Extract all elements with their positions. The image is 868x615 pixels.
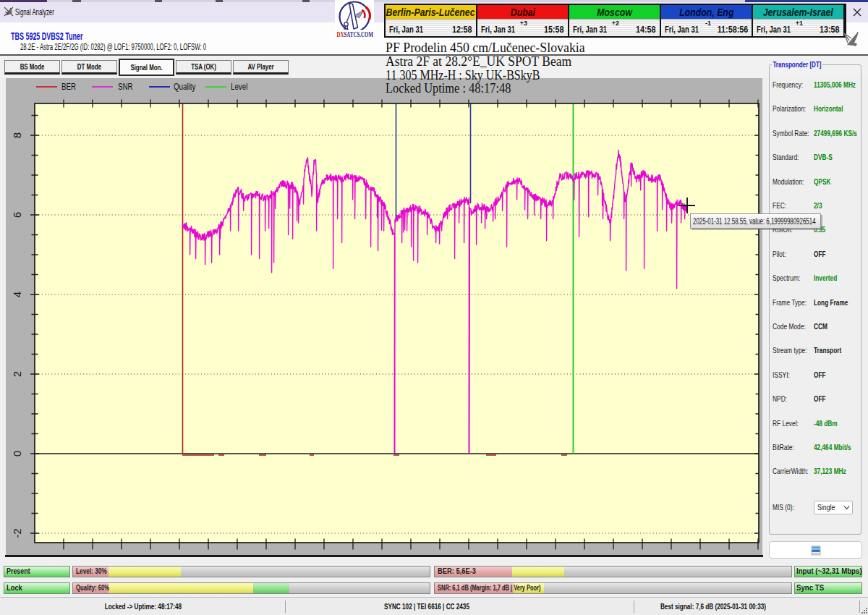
svg-text:8: 8 [12, 132, 23, 138]
svg-text:-2: -2 [12, 529, 23, 538]
svg-text:4: 4 [12, 292, 23, 297]
svg-text:2: 2 [12, 371, 23, 377]
svg-text:6: 6 [12, 212, 23, 218]
svg-text:0: 0 [12, 451, 23, 457]
svg-text:DXSATCS.COM: DXSATCS.COM [337, 30, 374, 38]
